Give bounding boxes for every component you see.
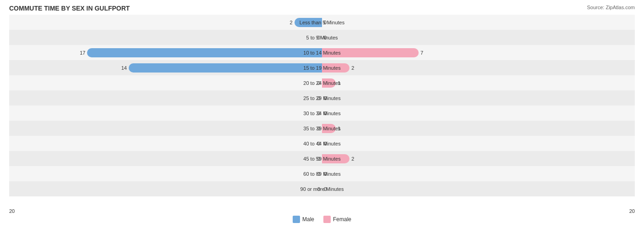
value-male: 0 [317,80,320,86]
chart-title: COMMUTE TIME BY SEX IN GULFPORT [9,5,635,12]
chart-row: 25 to 29 Minutes00 [9,90,635,106]
chart-container: COMMUTE TIME BY SEX IN GULFPORT Source: … [0,0,644,240]
chart-row: 5 to 9 Minutes00 [9,30,635,45]
legend-female-box [323,216,331,223]
value-male: 0 [317,95,320,101]
row-label: 30 to 34 Minutes [303,111,340,116]
chart-row: 35 to 39 Minutes01 [9,121,635,136]
chart-row: 60 to 89 Minutes00 [9,166,635,181]
bar-male [129,63,322,73]
chart-row: 30 to 34 Minutes00 [9,106,635,121]
chart-row: 15 to 19 Minutes142 [9,60,635,75]
chart-row: 10 to 14 Minutes177 [9,45,635,60]
chart-row: 40 to 44 Minutes00 [9,136,635,151]
legend-male: Male [293,216,314,223]
value-female: 0 [324,171,327,177]
value-female: 1 [338,126,340,131]
value-male: 14 [121,65,127,71]
value-female: 0 [324,186,327,192]
value-male: 0 [317,171,320,177]
value-female: 2 [351,65,354,71]
value-female: 2 [351,156,354,162]
value-male: 0 [317,186,320,192]
value-female: 0 [324,95,327,101]
value-male: 0 [317,126,320,131]
axis-right: 20 [629,208,635,214]
row-label: 90 or more Minutes [300,186,344,192]
value-male: 17 [80,50,85,56]
bar-female [322,48,419,57]
value-male: 0 [317,156,320,162]
value-female: 0 [324,111,327,116]
chart-row: 20 to 24 Minutes01 [9,75,635,90]
chart-area: Less than 5 Minutes205 to 9 Minutes0010 … [9,15,635,207]
axis-left: 20 [9,208,15,214]
value-male: 2 [290,20,293,25]
bar-female [322,63,349,73]
source-label: Source: ZipAtlas.com [587,5,635,10]
row-label: 40 to 44 Minutes [303,141,340,146]
legend-male-box [293,216,300,223]
value-male: 0 [317,35,320,40]
row-label: 60 to 89 Minutes [303,171,340,177]
value-female: 0 [324,141,327,146]
bar-male [295,18,322,27]
legend: Male Female [9,216,635,223]
legend-female: Female [323,216,351,223]
chart-row: Less than 5 Minutes20 [9,15,635,30]
bar-male [87,48,322,57]
legend-female-label: Female [333,216,351,223]
row-label: 5 to 9 Minutes [306,35,338,40]
bar-female [322,78,336,88]
value-female: 0 [324,20,327,25]
row-label: 25 to 29 Minutes [303,95,340,101]
value-female: 0 [324,35,327,40]
value-female: 1 [338,80,340,86]
legend-male-label: Male [302,216,314,223]
value-female: 7 [420,50,423,56]
value-male: 0 [317,141,320,146]
bar-female [322,154,349,163]
bar-female [322,124,336,133]
value-male: 0 [317,111,320,116]
chart-row: 45 to 59 Minutes02 [9,151,635,166]
chart-row: 90 or more Minutes00 [9,181,635,196]
